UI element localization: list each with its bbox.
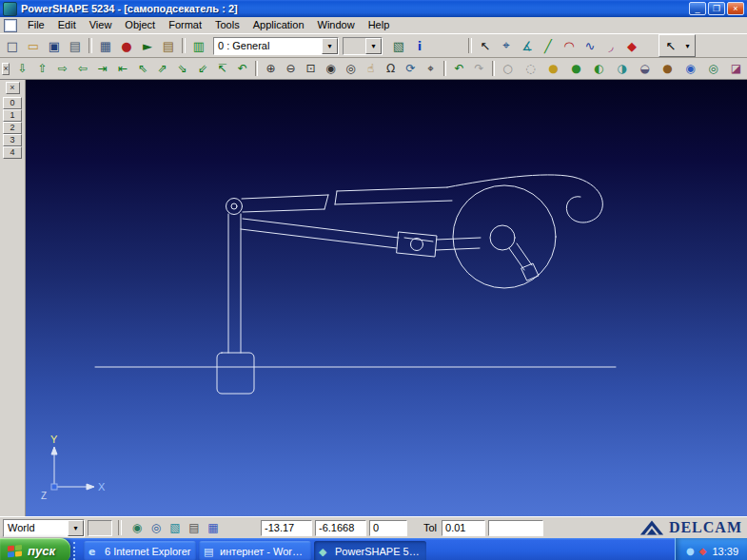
redo-icon[interactable]: ↷ <box>469 60 489 77</box>
line-icon[interactable]: ╱ <box>538 36 559 55</box>
close-button[interactable]: × <box>727 2 744 15</box>
cad-viewport[interactable]: Y X Z <box>26 80 747 516</box>
chevron-down-icon[interactable]: ▾ <box>365 38 382 54</box>
view-iso3-icon[interactable]: ⇘ <box>172 60 192 77</box>
transparent-view-icon[interactable]: ◑ <box>612 60 632 77</box>
edit-colors-icon[interactable]: ◪ <box>726 60 746 77</box>
menu-item[interactable]: Format <box>162 17 208 33</box>
task-button[interactable]: ◆ PowerSHAPE 5234 - [... <box>314 541 426 560</box>
undo-icon[interactable]: ↶ <box>449 60 469 77</box>
style-combobox[interactable]: ▾ <box>343 37 383 55</box>
globe-grid-icon[interactable]: ◎ <box>703 60 723 77</box>
open-folder-icon[interactable]: ▭ <box>23 36 44 55</box>
calculator-icon[interactable]: ▦ <box>95 36 116 55</box>
levels-icon[interactable]: ▥ <box>188 36 209 55</box>
view-previous-icon[interactable]: ↶ <box>232 60 252 77</box>
zoom-previous-icon[interactable]: ◎ <box>341 60 361 77</box>
tray-antivirus-icon[interactable]: ◆ <box>699 546 707 556</box>
view-iso1-icon[interactable]: ⇖ <box>132 60 152 77</box>
task-button[interactable]: e 6 Internet Explorer <box>84 541 196 560</box>
pan-icon[interactable]: ☝ <box>361 60 381 77</box>
globe-icon[interactable]: ◉ <box>680 60 700 77</box>
coordinate-y-field[interactable]: -6.1668 <box>315 520 366 536</box>
menu-item[interactable]: Tools <box>208 17 246 33</box>
rail-number-button[interactable]: 2 <box>3 122 22 134</box>
view-top-icon[interactable]: ⇩ <box>12 60 32 77</box>
new-document-icon[interactable]: □ <box>2 36 23 55</box>
frame-view-icon[interactable]: ⌖ <box>421 60 441 77</box>
menu-item[interactable]: Help <box>362 17 397 33</box>
tolerance-field[interactable]: 0.01 <box>442 520 485 536</box>
smooth-shaded-icon[interactable]: ● <box>566 60 586 77</box>
start-button[interactable]: пуск <box>0 538 70 560</box>
info-icon[interactable]: i <box>409 36 430 55</box>
grid-icon[interactable]: ▦ <box>204 519 223 536</box>
zoom-out-icon[interactable]: ⊖ <box>281 60 301 77</box>
macro-run-icon[interactable]: ► <box>137 36 158 55</box>
level-combobox[interactable]: 0 : General ▾ <box>213 37 339 55</box>
half-shaded-icon[interactable]: ◐ <box>589 60 609 77</box>
clipboard-icon[interactable]: ▤ <box>158 36 179 55</box>
menu-item[interactable]: File <box>21 17 51 33</box>
select-tool-icon[interactable]: ↖ <box>660 36 681 55</box>
chevron-down-icon[interactable]: ▾ <box>322 38 338 54</box>
curve-icon[interactable]: ∿ <box>580 36 600 55</box>
workplane-balls-icon[interactable]: ◎ <box>147 519 166 536</box>
menu-item[interactable]: Object <box>118 17 162 33</box>
save-icon[interactable]: ▣ <box>44 36 65 55</box>
view-front-icon[interactable]: ⇨ <box>52 60 72 77</box>
view-iso4-icon[interactable]: ⇙ <box>192 60 212 77</box>
menu-item[interactable]: View <box>83 17 119 33</box>
macro-record-icon[interactable]: ● <box>116 36 137 55</box>
select-cursor-icon[interactable]: ↖ <box>475 36 496 55</box>
chevron-down-icon[interactable]: ▾ <box>68 520 84 536</box>
menu-item[interactable]: Edit <box>51 17 83 33</box>
view-iso2-icon[interactable]: ⇗ <box>152 60 172 77</box>
coordinate-z-field[interactable]: 0 <box>369 520 407 536</box>
rail-number-button[interactable]: 3 <box>3 134 22 146</box>
cube-icon[interactable]: ▧ <box>166 519 185 536</box>
select-tool-dropdown[interactable]: ▾ <box>681 36 694 55</box>
workplane-combobox[interactable]: World ▾ <box>3 519 85 537</box>
refresh-view-icon[interactable]: ⟳ <box>401 60 421 77</box>
rail-number-button[interactable]: 0 <box>3 97 22 109</box>
menu-item[interactable]: Application <box>246 17 311 33</box>
hidden-wire-icon[interactable]: ◌ <box>521 60 541 77</box>
rail-number-button[interactable]: 4 <box>3 146 22 159</box>
point-icon[interactable]: ◆ <box>621 36 642 55</box>
powershape-app-icon[interactable] <box>3 2 17 16</box>
task-button[interactable]: ▤ интернет - WordPad <box>199 541 311 560</box>
restore-button[interactable]: ❐ <box>708 2 725 15</box>
menu-item[interactable]: Window <box>311 17 362 33</box>
fillet-icon[interactable]: ◞ <box>600 36 621 55</box>
levels-balls-icon[interactable]: ◉ <box>128 519 147 536</box>
minimize-button[interactable]: _ <box>689 2 706 15</box>
shaded-view-icon[interactable]: ● <box>543 60 563 77</box>
zoom-box-icon[interactable]: ⊡ <box>301 60 321 77</box>
print-icon[interactable]: ▤ <box>65 36 86 55</box>
view-back-icon[interactable]: ⇦ <box>72 60 92 77</box>
dynamic-section-icon[interactable]: ◒ <box>635 60 655 77</box>
command-field[interactable] <box>488 520 543 536</box>
rail-number-button[interactable]: 1 <box>3 109 22 122</box>
page-icon[interactable]: ▤ <box>185 519 204 536</box>
close-toolbar-button[interactable]: × <box>2 63 10 75</box>
view-right-icon[interactable]: ⇤ <box>112 60 132 77</box>
selection-info-icon[interactable]: ▧ <box>388 36 409 55</box>
view-bottom-icon[interactable]: ⇧ <box>32 60 52 77</box>
view-left-icon[interactable]: ⇥ <box>92 60 112 77</box>
zoom-in-icon[interactable]: ⊕ <box>261 60 281 77</box>
zoom-full-icon[interactable]: ◉ <box>321 60 341 77</box>
view-ortho-icon[interactable]: ↸ <box>212 60 232 77</box>
document-icon[interactable] <box>4 19 17 32</box>
intelligent-cursor-icon[interactable]: ⌖ <box>496 36 517 55</box>
arc-icon[interactable]: ◠ <box>559 36 580 55</box>
wireframe-view-icon[interactable]: ○ <box>498 60 518 77</box>
material-ball-icon[interactable]: ● <box>658 60 678 77</box>
coordinate-x-field[interactable]: -13.17 <box>261 520 312 536</box>
close-rail-button[interactable]: × <box>6 82 20 94</box>
workplane-icon[interactable]: ∡ <box>517 36 538 55</box>
spin-view-icon[interactable]: Ω <box>381 60 401 77</box>
tray-network-icon[interactable]: ● <box>686 546 695 556</box>
taskbar-grip[interactable] <box>73 542 79 560</box>
